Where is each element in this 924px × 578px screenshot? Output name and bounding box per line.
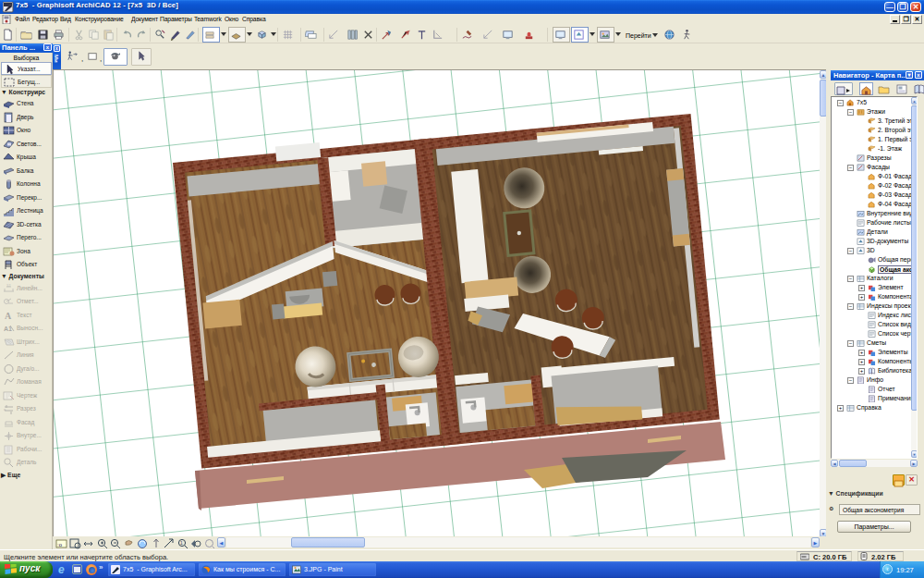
svg-text:1: 1 [180, 540, 183, 546]
svg-text::o: :o [57, 542, 63, 547]
svg-text:A: A [5, 311, 12, 321]
svg-text:12: 12 [6, 283, 11, 288]
